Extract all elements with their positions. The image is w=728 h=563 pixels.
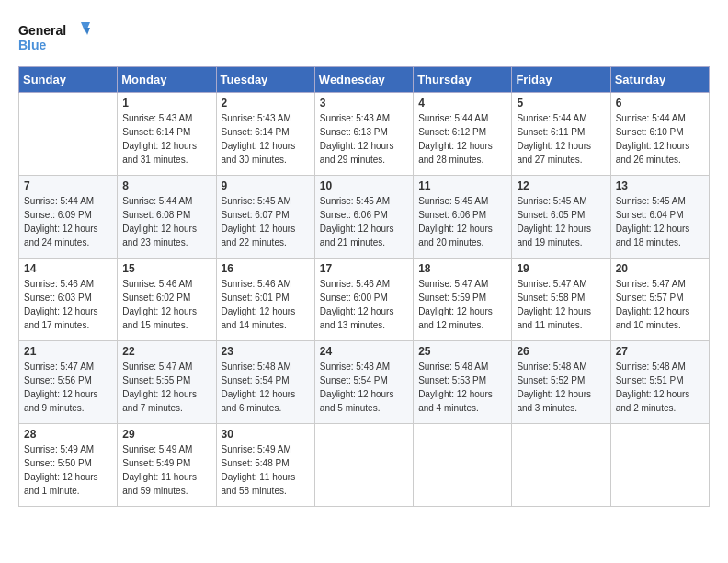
calendar-cell: 25Sunrise: 5:48 AMSunset: 5:53 PMDayligh… [414,341,512,424]
calendar-cell: 15Sunrise: 5:46 AMSunset: 6:02 PMDayligh… [118,259,216,341]
calendar-table: SundayMondayTuesdayWednesdayThursdayFrid… [18,66,710,507]
day-number: 7 [24,179,112,192]
day-number: 5 [517,97,605,109]
day-number: 19 [517,262,605,275]
day-number: 15 [122,262,210,275]
day-detail: Sunrise: 5:44 AMSunset: 6:11 PMDaylight:… [517,111,605,167]
logo: General Blue [18,18,92,59]
calendar-cell [314,424,413,507]
day-detail: Sunrise: 5:48 AMSunset: 5:52 PMDaylight:… [517,360,605,415]
day-number: 22 [122,345,210,358]
day-number: 14 [24,262,112,275]
day-number: 12 [517,179,605,192]
day-detail: Sunrise: 5:49 AMSunset: 5:48 PMDaylight:… [222,442,310,498]
calendar-cell [414,424,512,507]
day-detail: Sunrise: 5:44 AMSunset: 6:12 PMDaylight:… [418,111,506,167]
weekday-header-friday: Friday [512,67,610,93]
calendar-cell: 11Sunrise: 5:45 AMSunset: 6:06 PMDayligh… [414,176,512,259]
day-detail: Sunrise: 5:43 AMSunset: 6:14 PMDaylight:… [122,111,210,167]
day-detail: Sunrise: 5:46 AMSunset: 6:03 PMDaylight:… [24,277,112,332]
day-detail: Sunrise: 5:47 AMSunset: 5:56 PMDaylight:… [24,360,112,415]
calendar-cell: 1Sunrise: 5:43 AMSunset: 6:14 PMDaylight… [118,93,216,176]
day-detail: Sunrise: 5:45 AMSunset: 6:04 PMDaylight:… [616,194,704,249]
calendar-cell: 14Sunrise: 5:46 AMSunset: 6:03 PMDayligh… [19,259,118,341]
calendar-cell: 18Sunrise: 5:47 AMSunset: 5:59 PMDayligh… [414,259,512,341]
day-detail: Sunrise: 5:43 AMSunset: 6:13 PMDaylight:… [320,111,408,167]
day-number: 9 [222,179,310,192]
calendar-cell: 24Sunrise: 5:48 AMSunset: 5:54 PMDayligh… [314,341,413,424]
day-detail: Sunrise: 5:44 AMSunset: 6:10 PMDaylight:… [616,111,704,167]
day-detail: Sunrise: 5:45 AMSunset: 6:07 PMDaylight:… [222,194,310,249]
weekday-header-wednesday: Wednesday [314,67,413,93]
day-number: 26 [517,345,605,358]
weekday-header-saturday: Saturday [610,67,709,93]
calendar-cell [19,93,118,176]
day-number: 28 [24,428,112,441]
day-detail: Sunrise: 5:46 AMSunset: 6:01 PMDaylight:… [222,277,310,332]
day-detail: Sunrise: 5:47 AMSunset: 5:58 PMDaylight:… [517,277,605,332]
calendar-cell [610,424,709,507]
day-number: 20 [616,262,704,275]
day-number: 8 [122,179,210,192]
day-detail: Sunrise: 5:46 AMSunset: 6:00 PMDaylight:… [320,277,408,332]
day-number: 13 [616,179,704,192]
day-detail: Sunrise: 5:44 AMSunset: 6:09 PMDaylight:… [24,194,112,249]
day-detail: Sunrise: 5:49 AMSunset: 5:49 PMDaylight:… [122,442,210,498]
weekday-header-tuesday: Tuesday [216,67,314,93]
day-detail: Sunrise: 5:49 AMSunset: 5:50 PMDaylight:… [24,442,112,498]
calendar-cell: 29Sunrise: 5:49 AMSunset: 5:49 PMDayligh… [118,424,216,507]
day-detail: Sunrise: 5:47 AMSunset: 5:59 PMDaylight:… [418,277,506,332]
calendar-cell: 13Sunrise: 5:45 AMSunset: 6:04 PMDayligh… [610,176,709,259]
day-detail: Sunrise: 5:45 AMSunset: 6:06 PMDaylight:… [320,194,408,249]
day-detail: Sunrise: 5:46 AMSunset: 6:02 PMDaylight:… [122,277,210,332]
calendar-cell: 16Sunrise: 5:46 AMSunset: 6:01 PMDayligh… [216,259,314,341]
calendar-cell: 19Sunrise: 5:47 AMSunset: 5:58 PMDayligh… [512,259,610,341]
weekday-header-monday: Monday [118,67,216,93]
calendar-cell: 3Sunrise: 5:43 AMSunset: 6:13 PMDaylight… [314,93,413,176]
day-number: 30 [222,428,310,441]
day-number: 27 [616,345,704,358]
calendar-cell: 10Sunrise: 5:45 AMSunset: 6:06 PMDayligh… [314,176,413,259]
day-number: 10 [320,179,408,192]
calendar-cell: 28Sunrise: 5:49 AMSunset: 5:50 PMDayligh… [19,424,118,507]
calendar-cell: 22Sunrise: 5:47 AMSunset: 5:55 PMDayligh… [118,341,216,424]
weekday-header-thursday: Thursday [414,67,512,93]
calendar-cell: 23Sunrise: 5:48 AMSunset: 5:54 PMDayligh… [216,341,314,424]
day-number: 25 [418,345,506,358]
calendar-cell: 7Sunrise: 5:44 AMSunset: 6:09 PMDaylight… [19,176,118,259]
day-number: 3 [320,97,408,109]
calendar-cell: 20Sunrise: 5:47 AMSunset: 5:57 PMDayligh… [610,259,709,341]
calendar-cell: 8Sunrise: 5:44 AMSunset: 6:08 PMDaylight… [118,176,216,259]
day-number: 24 [320,345,408,358]
day-number: 21 [24,345,112,358]
calendar-cell: 9Sunrise: 5:45 AMSunset: 6:07 PMDaylight… [216,176,314,259]
calendar-cell: 5Sunrise: 5:44 AMSunset: 6:11 PMDaylight… [512,93,610,176]
day-detail: Sunrise: 5:43 AMSunset: 6:14 PMDaylight:… [222,111,310,167]
svg-text:General: General [18,23,66,38]
day-detail: Sunrise: 5:48 AMSunset: 5:51 PMDaylight:… [616,360,704,415]
day-number: 2 [222,97,310,109]
calendar-cell: 4Sunrise: 5:44 AMSunset: 6:12 PMDaylight… [414,93,512,176]
day-detail: Sunrise: 5:45 AMSunset: 6:06 PMDaylight:… [418,194,506,249]
day-number: 29 [122,428,210,441]
day-number: 1 [122,97,210,109]
day-detail: Sunrise: 5:44 AMSunset: 6:08 PMDaylight:… [122,194,210,249]
day-detail: Sunrise: 5:47 AMSunset: 5:55 PMDaylight:… [122,360,210,415]
day-number: 16 [222,262,310,275]
calendar-cell: 6Sunrise: 5:44 AMSunset: 6:10 PMDaylight… [610,93,709,176]
day-detail: Sunrise: 5:47 AMSunset: 5:57 PMDaylight:… [616,277,704,332]
day-number: 23 [222,345,310,358]
svg-text:Blue: Blue [18,38,47,52]
calendar-cell: 26Sunrise: 5:48 AMSunset: 5:52 PMDayligh… [512,341,610,424]
calendar-cell: 27Sunrise: 5:48 AMSunset: 5:51 PMDayligh… [610,341,709,424]
calendar-cell: 21Sunrise: 5:47 AMSunset: 5:56 PMDayligh… [19,341,118,424]
day-number: 6 [616,97,704,109]
calendar-cell: 30Sunrise: 5:49 AMSunset: 5:48 PMDayligh… [216,424,314,507]
day-number: 11 [418,179,506,192]
day-detail: Sunrise: 5:48 AMSunset: 5:53 PMDaylight:… [418,360,506,415]
day-number: 4 [418,97,506,109]
calendar-cell: 2Sunrise: 5:43 AMSunset: 6:14 PMDaylight… [216,93,314,176]
calendar-cell: 12Sunrise: 5:45 AMSunset: 6:05 PMDayligh… [512,176,610,259]
day-number: 18 [418,262,506,275]
day-detail: Sunrise: 5:45 AMSunset: 6:05 PMDaylight:… [517,194,605,249]
